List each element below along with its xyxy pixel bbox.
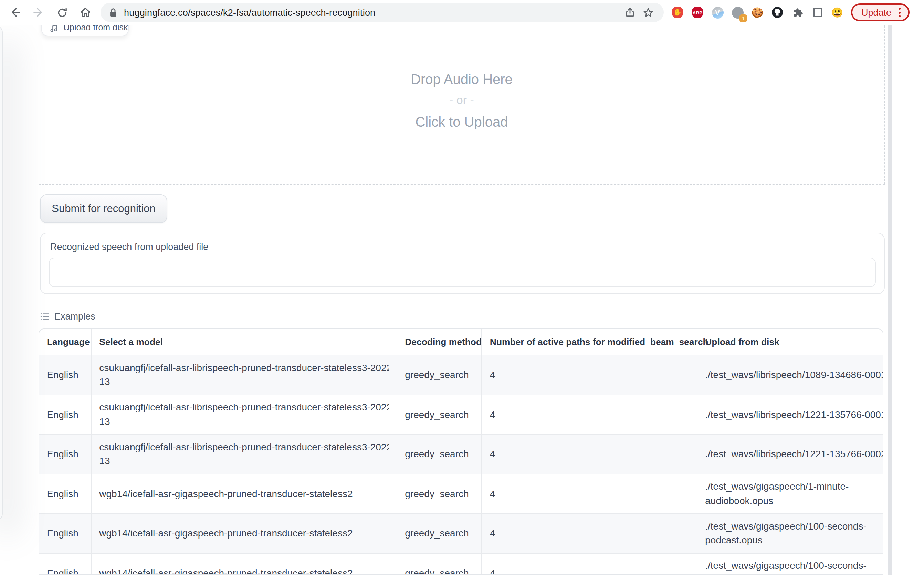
table-row[interactable]: Englishcsukuangfj/icefall-asr-librispeec… bbox=[39, 435, 883, 474]
puzzle-icon bbox=[791, 6, 803, 18]
table-header-cell: Language bbox=[39, 329, 92, 355]
table-cell[interactable]: greedy_search bbox=[397, 435, 482, 474]
table-cell[interactable]: 4 bbox=[482, 355, 697, 395]
table-header-cell: Number of active paths for modified_beam… bbox=[482, 329, 697, 355]
table-cell[interactable]: 4 bbox=[482, 435, 697, 474]
table-cell[interactable]: greedy_search bbox=[397, 355, 482, 395]
table-cell[interactable]: ./test_wavs/librispeech/1089-134686-0001… bbox=[697, 355, 883, 395]
table-row[interactable]: Englishwgb14/icefall-asr-gigaspeech-prun… bbox=[39, 553, 883, 575]
chrome-update-button[interactable]: Update bbox=[851, 3, 909, 21]
bookmark-button[interactable] bbox=[639, 3, 657, 21]
refresh-icon bbox=[56, 6, 68, 18]
home-icon bbox=[79, 6, 92, 19]
table-cell[interactable]: 4 bbox=[482, 395, 697, 435]
forward-button[interactable] bbox=[29, 3, 48, 22]
table-cell[interactable]: English bbox=[39, 435, 92, 474]
table-cell[interactable]: greedy_search bbox=[397, 553, 482, 575]
table-row[interactable]: Englishwgb14/icefall-asr-gigaspeech-prun… bbox=[39, 474, 883, 514]
table-row[interactable]: Englishcsukuangfj/icefall-asr-librispeec… bbox=[39, 355, 883, 395]
examples-header: Examples bbox=[40, 311, 95, 322]
drop-subtitle: Click to Upload bbox=[39, 114, 884, 130]
back-icon bbox=[9, 6, 21, 19]
cookie-extension-icon[interactable]: 🍪 bbox=[751, 5, 764, 19]
table-cell[interactable]: 4 bbox=[482, 474, 697, 514]
table-cell[interactable]: English bbox=[39, 474, 92, 514]
audio-dropzone[interactable]: Upload from disk Drop Audio Here - or - … bbox=[38, 25, 885, 184]
table-cell[interactable]: wgb14/icefall-asr-gigaspeech-pruned-tran… bbox=[92, 474, 397, 514]
table-cell[interactable]: greedy_search bbox=[397, 514, 482, 553]
table-row[interactable]: Englishwgb14/icefall-asr-gigaspeech-prun… bbox=[39, 514, 883, 553]
table-cell[interactable]: ./test_wavs/gigaspeech/100-seconds- yout… bbox=[697, 553, 883, 575]
table-header-cell: Select a model bbox=[92, 329, 397, 355]
table-cell[interactable]: 4 bbox=[482, 514, 697, 553]
profile-extension-icon[interactable]: 1 bbox=[730, 5, 744, 19]
v-extension-icon[interactable]: V bbox=[711, 5, 724, 19]
browser-toolbar: huggingface.co/spaces/k2-fsa/automatic-s… bbox=[0, 0, 924, 25]
drop-title: Drop Audio Here bbox=[39, 71, 884, 87]
table-cell[interactable]: greedy_search bbox=[397, 474, 482, 514]
star-icon bbox=[642, 6, 654, 18]
side-panel-icon bbox=[813, 8, 822, 17]
lock-icon bbox=[109, 7, 118, 17]
scrollbar-track[interactable] bbox=[888, 25, 891, 575]
table-header-row: LanguageSelect a modelDecoding methodNum… bbox=[39, 329, 883, 355]
table-cell[interactable]: English bbox=[39, 553, 92, 575]
table-cell[interactable]: English bbox=[39, 514, 92, 553]
abp-extension-icon[interactable]: ABP bbox=[691, 5, 704, 19]
github-icon bbox=[771, 6, 784, 19]
smiley-extension-icon[interactable]: 😃 bbox=[830, 5, 844, 19]
refresh-button[interactable] bbox=[52, 3, 71, 22]
back-button[interactable] bbox=[5, 3, 25, 22]
side-panel-button[interactable] bbox=[810, 5, 824, 19]
table-cell[interactable]: greedy_search bbox=[397, 395, 482, 435]
browser-menu-icon[interactable] bbox=[897, 6, 902, 19]
table-cell[interactable]: csukuangfj/icefall-asr-librispeech-prune… bbox=[92, 355, 397, 395]
table-cell[interactable]: 4 bbox=[482, 553, 697, 575]
submit-for-recognition-button[interactable]: Submit for recognition bbox=[40, 194, 167, 223]
table-cell[interactable]: English bbox=[39, 395, 92, 435]
url-text[interactable]: huggingface.co/spaces/k2-fsa/automatic-s… bbox=[124, 7, 621, 17]
table-cell[interactable]: English bbox=[39, 355, 92, 395]
address-bar[interactable]: huggingface.co/spaces/k2-fsa/automatic-s… bbox=[100, 3, 664, 22]
home-button[interactable] bbox=[76, 3, 95, 22]
table-cell[interactable]: wgb14/icefall-asr-gigaspeech-pruned-tran… bbox=[92, 553, 397, 575]
table-cell[interactable]: wgb14/icefall-asr-gigaspeech-pruned-tran… bbox=[92, 514, 397, 553]
notification-badge: 1 bbox=[740, 14, 747, 22]
table-header-cell: Upload from disk bbox=[697, 329, 883, 355]
output-panel: Recognized speech from uploaded file bbox=[40, 233, 885, 294]
examples-list-icon bbox=[40, 311, 49, 321]
dropzone-text: Drop Audio Here - or - Click to Upload bbox=[39, 71, 884, 130]
github-extension-icon[interactable] bbox=[770, 5, 784, 19]
table-cell[interactable]: csukuangfj/icefall-asr-librispeech-prune… bbox=[92, 435, 397, 474]
table-cell[interactable]: ./test_wavs/gigaspeech/1-minute- audiobo… bbox=[697, 474, 883, 514]
table-cell[interactable]: ./test_wavs/gigaspeech/100-seconds- podc… bbox=[697, 514, 883, 553]
page-content: Upload from disk Drop Audio Here - or - … bbox=[0, 25, 924, 575]
table-cell[interactable]: ./test_wavs/librispeech/1221-135766-0002… bbox=[697, 435, 883, 474]
share-icon bbox=[624, 7, 635, 18]
table-cell[interactable]: csukuangfj/icefall-asr-librispeech-prune… bbox=[92, 395, 397, 435]
table-cell[interactable]: ./test_wavs/librispeech/1221-135766-0001… bbox=[697, 395, 883, 435]
extensions-menu-button[interactable] bbox=[791, 5, 804, 19]
table-header-cell: Decoding method bbox=[397, 329, 482, 355]
examples-table: LanguageSelect a modelDecoding methodNum… bbox=[38, 329, 883, 575]
drop-separator: - or - bbox=[39, 94, 884, 107]
recognized-speech-textbox[interactable] bbox=[49, 257, 876, 287]
forward-icon bbox=[32, 6, 45, 19]
share-button[interactable] bbox=[621, 3, 639, 21]
table-row[interactable]: Englishcsukuangfj/icefall-asr-librispeec… bbox=[39, 395, 883, 435]
extensions-strip: ✋ ABP V 1 🍪 bbox=[671, 5, 844, 19]
adblock-extension-icon[interactable]: ✋ bbox=[671, 5, 684, 19]
left-drawer-edge bbox=[0, 25, 3, 521]
examples-label: Examples bbox=[54, 311, 95, 322]
output-label: Recognized speech from uploaded file bbox=[50, 242, 208, 252]
